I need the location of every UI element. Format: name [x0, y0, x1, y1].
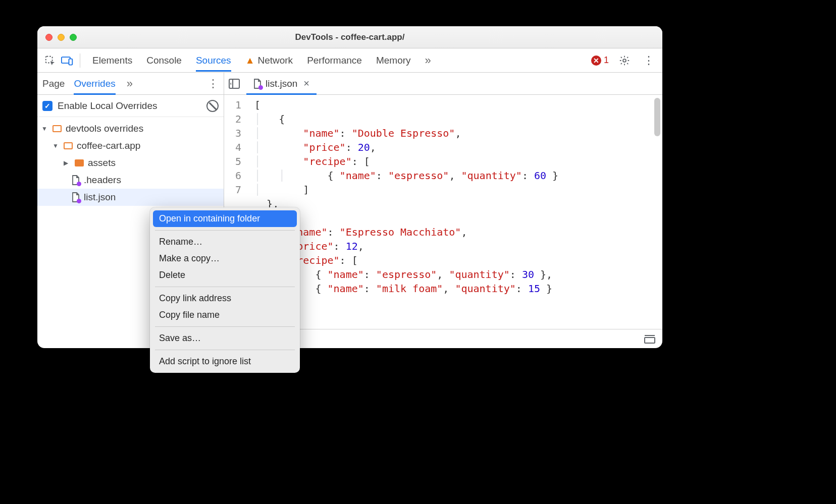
folder-open-icon: [64, 142, 73, 149]
zoom-window-button[interactable]: [70, 34, 77, 41]
navigator-tabs: Page Overrides » ⋮: [37, 73, 224, 95]
tab-console[interactable]: Console: [146, 50, 182, 71]
context-menu-item[interactable]: Open in containing folder: [153, 210, 297, 227]
editor-tab-list-json[interactable]: list.json ×: [246, 73, 317, 94]
context-menu-item[interactable]: Rename…: [153, 234, 297, 250]
panel-tabs: Elements Console Sources ▲Network Perfor…: [92, 50, 428, 71]
folder-open-icon: [53, 125, 62, 132]
close-window-button[interactable]: [45, 34, 53, 41]
close-tab-icon[interactable]: ×: [303, 78, 309, 89]
devtools-window: DevTools - coffee-cart.app/ Elements Con…: [37, 26, 662, 348]
device-toolbar-icon[interactable]: [59, 52, 76, 69]
navigator-kebab-icon[interactable]: ⋮: [207, 77, 219, 90]
svg-rect-2: [69, 59, 72, 65]
navigator-tab-overrides[interactable]: Overrides: [74, 74, 115, 93]
context-menu-item[interactable]: Save as…: [153, 330, 297, 347]
scrollbar-thumb[interactable]: [654, 98, 660, 136]
more-tabs-button[interactable]: »: [425, 54, 428, 67]
tab-performance[interactable]: Performance: [307, 50, 362, 71]
kebab-menu-icon[interactable]: ⋮: [640, 52, 657, 69]
clear-overrides-icon[interactable]: [206, 100, 219, 112]
tab-memory[interactable]: Memory: [376, 50, 411, 71]
tab-network-label: Network: [257, 55, 293, 66]
context-menu-separator: [155, 326, 295, 327]
file-override-icon: [72, 175, 80, 185]
toggle-navigator-icon[interactable]: [227, 77, 241, 91]
context-menu-item[interactable]: Add script to ignore list: [153, 353, 297, 370]
editor-tabstrip: list.json ×: [224, 73, 662, 95]
settings-icon[interactable]: [616, 52, 633, 69]
svg-point-3: [623, 59, 626, 62]
error-count: 1: [604, 55, 609, 66]
context-menu-separator: [155, 287, 295, 287]
error-icon: ✕: [591, 55, 601, 66]
tree-label: devtools overrides: [66, 123, 143, 134]
collapse-arrow-icon: ▶: [64, 159, 71, 166]
tree-label: list.json: [84, 192, 116, 203]
tree-folder-assets[interactable]: ▶ assets: [37, 154, 224, 172]
enable-overrides-label: Enable Local Overrides: [58, 100, 158, 111]
minimize-window-button[interactable]: [58, 34, 65, 41]
tab-sources[interactable]: Sources: [196, 50, 231, 71]
context-menu-item[interactable]: Copy file name: [153, 307, 297, 323]
window-controls: [45, 34, 77, 41]
context-menu-item[interactable]: Make a copy…: [153, 250, 297, 267]
warning-icon: ▲: [245, 55, 255, 66]
folder-closed-icon: [75, 159, 84, 166]
code-content[interactable]: [ │ { │ "name": "Double Espresso", │ "pr…: [246, 95, 662, 329]
tab-network[interactable]: ▲Network: [245, 50, 293, 71]
window-title: DevTools - coffee-cart.app/: [37, 32, 662, 42]
context-menu-item[interactable]: Delete: [153, 267, 297, 284]
show-drawer-icon[interactable]: [644, 334, 655, 344]
inspect-element-icon[interactable]: [41, 52, 59, 69]
expand-arrow-icon: ▼: [53, 142, 60, 149]
navigator-tab-page[interactable]: Page: [42, 74, 65, 93]
devtools-toolbar: Elements Console Sources ▲Network Perfor…: [37, 48, 662, 73]
navigator-more-tabs[interactable]: »: [127, 77, 130, 90]
file-override-icon: [253, 79, 262, 89]
toolbar-separator: [80, 53, 80, 68]
context-menu-item[interactable]: Copy link address: [153, 290, 297, 307]
tab-elements[interactable]: Elements: [92, 50, 132, 71]
enable-overrides-row: ✓ Enable Local Overrides: [37, 95, 224, 117]
tree-file-headers[interactable]: .headers: [37, 172, 224, 189]
editor-tab-label: list.json: [266, 78, 297, 89]
tree-folder-root[interactable]: ▼ devtools overrides: [37, 120, 224, 137]
tree-label: coffee-cart.app: [77, 140, 140, 151]
context-menu-separator: [155, 350, 295, 350]
expand-arrow-icon: ▼: [41, 125, 48, 132]
content-area: Page Overrides » ⋮ ✓ Enable Local Overri…: [37, 73, 662, 348]
tree-folder-domain[interactable]: ▼ coffee-cart.app: [37, 137, 224, 154]
enable-overrides-checkbox[interactable]: ✓: [42, 101, 53, 111]
tree-label: assets: [88, 157, 116, 169]
tree-file-list-json[interactable]: list.json: [37, 189, 224, 206]
context-menu: Open in containing folderRename…Make a c…: [150, 207, 300, 373]
context-menu-separator: [155, 230, 295, 231]
file-override-icon: [72, 192, 80, 202]
svg-rect-5: [645, 338, 655, 343]
error-badge[interactable]: ✕ 1: [591, 55, 609, 66]
titlebar: DevTools - coffee-cart.app/: [37, 26, 662, 48]
tree-label: .headers: [84, 175, 121, 186]
